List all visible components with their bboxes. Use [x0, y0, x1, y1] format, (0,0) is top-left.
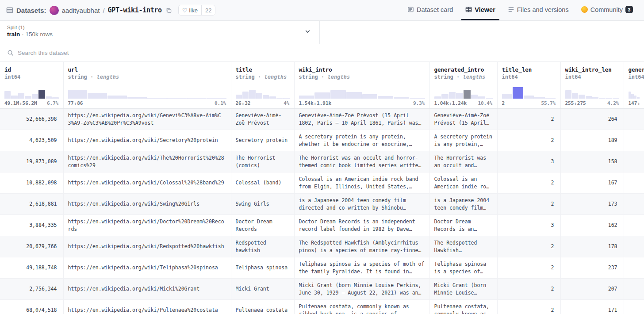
cell-generated_intro[interactable]: is a Japanese 2004 teen comedy film…: [429, 194, 497, 215]
tab-files-and-versions[interactable]: Files and versions: [504, 0, 573, 20]
like-button[interactable]: ♡ like: [179, 5, 201, 15]
cell-generated_intro[interactable]: The Redspotted Hawkfish…: [429, 236, 497, 257]
cell-wiki_intro_len[interactable]: 158: [560, 151, 624, 172]
cell-title_len[interactable]: 2: [497, 172, 560, 194]
histogram-title_len[interactable]: [502, 84, 556, 99]
cell-wiki_intro_len[interactable]: 178: [560, 236, 624, 257]
tab-viewer[interactable]: Viewer: [461, 0, 499, 20]
cell-wiki_intro_len[interactable]: 264: [560, 109, 624, 130]
cell-id[interactable]: 2,756,344: [0, 279, 63, 300]
cell-id[interactable]: 20,679,766: [0, 236, 63, 257]
cell-wiki_intro[interactable]: Micki Grant (born Minnie Louise Perkins,…: [294, 279, 429, 300]
cell-generated_intro[interactable]: Geneviève-Aimé-Zoë Prévost (15 April…: [429, 109, 497, 130]
cell-url[interactable]: https://en.wikipedia.org/wiki/Pultenaea%…: [63, 300, 231, 314]
cell-url[interactable]: https://en.wikipedia.org/wiki/Genevi%C3%…: [63, 109, 231, 130]
cell-title[interactable]: Secretory protein: [231, 130, 294, 151]
cell-generated_intro[interactable]: Colossal is an American indie ro…: [429, 172, 497, 194]
cell-generated_intro[interactable]: Micki Grant (born Minnie Louise…: [429, 279, 497, 300]
cell-title[interactable]: Redspotted hawkfish: [231, 236, 294, 257]
cell-url[interactable]: https://en.wikipedia.org/wiki/The%20Horr…: [63, 151, 231, 172]
histogram-url[interactable]: [68, 84, 226, 99]
cell-wiki_intro_len[interactable]: 173: [560, 194, 624, 215]
cell-wiki_intro[interactable]: Geneviève-Aimé-Zoë Prévost (15 April 180…: [294, 109, 429, 130]
cell-title_len[interactable]: 3: [497, 151, 560, 172]
cell-wiki_intro[interactable]: The Horrorist was an occult and horror-t…: [294, 151, 429, 172]
cell-title[interactable]: Geneviève-Aimé-Zoë Prévost: [231, 109, 294, 130]
cell-wiki_intro[interactable]: Pultenaea costata, commonly known as rib…: [294, 300, 429, 314]
histogram-wiki_intro_len[interactable]: [565, 84, 619, 99]
cell-title_len[interactable]: 2: [497, 236, 560, 257]
cell-wiki_intro[interactable]: A secretory protein is any protein, whet…: [294, 130, 429, 151]
cell-wiki_intro[interactable]: Teliphasa spinosa is a species of moth o…: [294, 257, 429, 279]
cell-wiki_intro[interactable]: Colossal is an American indie rock band …: [294, 172, 429, 194]
dataset-name-link[interactable]: GPT-wiki-intro: [108, 6, 162, 14]
cell-id[interactable]: 3,884,335: [0, 215, 63, 236]
cell-title[interactable]: Doctor Dream Records: [231, 215, 294, 236]
cell-url[interactable]: https://en.wikipedia.org/wiki/Doctor%20D…: [63, 215, 231, 236]
cell-id[interactable]: 10,882,098: [0, 172, 63, 194]
owner-avatar[interactable]: [50, 6, 59, 15]
search-input[interactable]: [18, 50, 637, 56]
cell-wiki_intro_len[interactable]: 167: [560, 172, 624, 194]
cell-title[interactable]: The Horrorist (comics): [231, 151, 294, 172]
cell-title_len[interactable]: 2: [497, 300, 560, 314]
cell-title[interactable]: Colossal (band): [231, 172, 294, 194]
cell-title_len[interactable]: 2: [497, 109, 560, 130]
cell-title[interactable]: Pultenaea costata: [231, 300, 294, 314]
tab-community[interactable]: Community3: [577, 0, 637, 20]
cell-wiki_intro_len[interactable]: 237: [560, 257, 624, 279]
cell-url[interactable]: https://en.wikipedia.org/wiki/Redspotted…: [63, 236, 231, 257]
cell-id[interactable]: 2,618,881: [0, 194, 63, 215]
cell-id[interactable]: 52,666,398: [0, 109, 63, 130]
cell-generated_intro[interactable]: The Horrorist was an occult and…: [429, 151, 497, 172]
cell-title[interactable]: Micki Grant: [231, 279, 294, 300]
cell-url[interactable]: https://en.wikipedia.org/wiki/Teliphasa%…: [63, 257, 231, 279]
like-count[interactable]: 22: [201, 5, 215, 15]
cell-generated_intro[interactable]: Doctor Dream Records is an…: [429, 215, 497, 236]
cell-id[interactable]: 68,074,518: [0, 300, 63, 314]
cell-generated_intro_len[interactable]: [624, 109, 644, 130]
cell-generated_intro_len[interactable]: [624, 194, 644, 215]
tab-dataset-card[interactable]: Dataset card: [403, 0, 457, 20]
cell-title_len[interactable]: 3: [497, 215, 560, 236]
cell-generated_intro_len[interactable]: [624, 279, 644, 300]
cell-wiki_intro[interactable]: The Redspotted Hawkfish (Amblycirrhitus …: [294, 236, 429, 257]
histogram-generated_intro[interactable]: [434, 84, 493, 99]
cell-url[interactable]: https://en.wikipedia.org/wiki/Swing%20Gi…: [63, 194, 231, 215]
cell-generated_intro_len[interactable]: [624, 172, 644, 194]
cell-id[interactable]: 49,188,748: [0, 257, 63, 279]
copy-icon[interactable]: [166, 8, 172, 13]
histogram-title[interactable]: [236, 84, 290, 99]
owner-link[interactable]: aadityaubhat: [62, 7, 100, 14]
cell-wiki_intro_len[interactable]: 162: [560, 215, 624, 236]
cell-id[interactable]: 19,873,089: [0, 151, 63, 172]
cell-generated_intro_len[interactable]: [624, 151, 644, 172]
cell-title_len[interactable]: 2: [497, 194, 560, 215]
cell-wiki_intro[interactable]: is a Japanese 2004 teen comedy film dire…: [294, 194, 429, 215]
cell-url[interactable]: https://en.wikipedia.org/wiki/Micki%20Gr…: [63, 279, 231, 300]
cell-generated_intro_len[interactable]: [624, 300, 644, 314]
cell-generated_intro_len[interactable]: [624, 215, 644, 236]
cell-title_len[interactable]: 2: [497, 130, 560, 151]
cell-generated_intro[interactable]: Teliphasa spinosa is a species of…: [429, 257, 497, 279]
cell-url[interactable]: https://en.wikipedia.org/wiki/Colossal%2…: [63, 172, 231, 194]
cell-wiki_intro_len[interactable]: 189: [560, 130, 624, 151]
histogram-id[interactable]: [4, 84, 59, 99]
cell-title[interactable]: Teliphasa spinosa: [231, 257, 294, 279]
cell-wiki_intro_len[interactable]: 207: [560, 279, 624, 300]
cell-generated_intro_len[interactable]: [624, 257, 644, 279]
cell-title_len[interactable]: 2: [497, 279, 560, 300]
histogram-wiki_intro[interactable]: [299, 84, 425, 99]
cell-title[interactable]: Swing Girls: [231, 194, 294, 215]
cell-generated_intro_len[interactable]: [624, 130, 644, 151]
cell-generated_intro[interactable]: A secretory protein is any protein,…: [429, 130, 497, 151]
histogram-generated_intro_len[interactable]: [629, 84, 640, 99]
cell-wiki_intro_len[interactable]: 171: [560, 300, 624, 314]
cell-wiki_intro[interactable]: Doctor Dream Records is an independent r…: [294, 215, 429, 236]
cell-generated_intro_len[interactable]: [624, 236, 644, 257]
cell-id[interactable]: 4,623,509: [0, 130, 63, 151]
cell-title_len[interactable]: 2: [497, 257, 560, 279]
cell-generated_intro[interactable]: Pultenaea costata, commonly known as…: [429, 300, 497, 314]
split-selector[interactable]: Split (1) train· 150k rows: [0, 21, 320, 44]
cell-url[interactable]: https://en.wikipedia.org/wiki/Secretory%…: [63, 130, 231, 151]
